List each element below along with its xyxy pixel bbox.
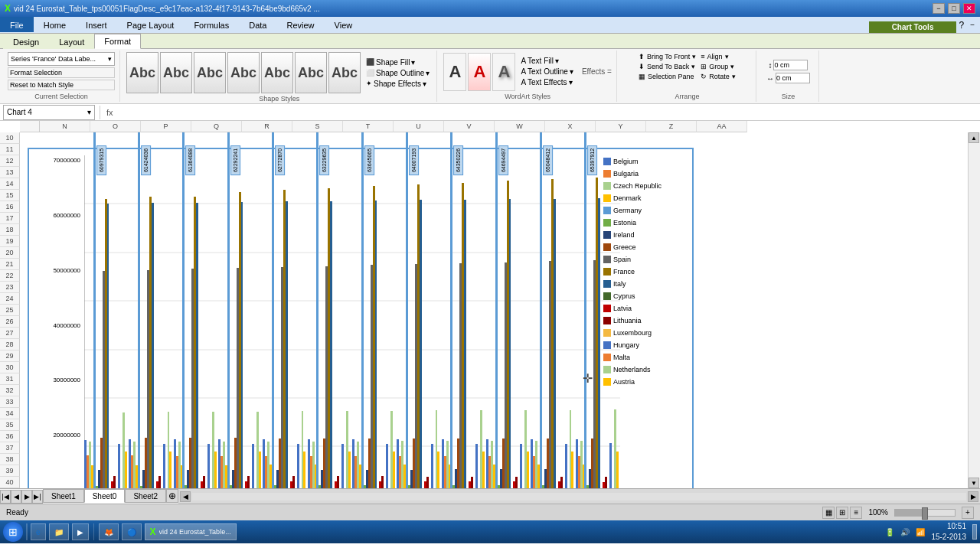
show-desktop-btn[interactable] <box>972 524 977 540</box>
shape-style-btn-5[interactable]: Abc <box>261 52 293 93</box>
rotate-btn[interactable]: ↻ Rotate ▾ <box>700 72 737 81</box>
tab-layout[interactable]: Layout <box>49 34 94 49</box>
chart-container[interactable]: 10000000 20000000 30000000 40000000 5000… <box>28 148 694 488</box>
taskbar-explorer[interactable]: 📁 <box>49 523 69 540</box>
minimize-button[interactable]: − <box>933 3 945 14</box>
sheet-tab-sheet2[interactable]: Sheet2 <box>125 489 166 503</box>
status-right: ▦ ⊞ ≡ 100% + <box>822 507 974 519</box>
bring-to-front-btn[interactable]: ⬆ Bring To Front ▾ <box>638 52 697 61</box>
tab-insert[interactable]: Insert <box>76 17 117 32</box>
vertical-scrollbar[interactable]: ▲ ▼ <box>968 132 980 488</box>
formula-input[interactable] <box>118 108 980 117</box>
bar-group-4 <box>263 155 306 488</box>
sheet-last-btn[interactable]: ▶| <box>32 490 43 504</box>
tab-view[interactable]: View <box>325 17 363 32</box>
start-button[interactable]: ⊞ <box>3 522 23 542</box>
zoom-slider[interactable] <box>894 509 956 517</box>
shape-style-btn-1[interactable]: Abc <box>126 52 158 93</box>
tab-format[interactable]: Format <box>94 34 141 49</box>
scroll-right-btn[interactable]: ▶ <box>968 491 978 502</box>
format-selection-btn[interactable]: Format Selection <box>8 67 115 78</box>
width-input[interactable] <box>776 73 810 83</box>
y-label-20m: 20000000 <box>31 432 83 439</box>
text-effects-btn[interactable]: A Text Effects ▾ <box>518 77 575 87</box>
shape-style-btn-4[interactable]: Abc <box>227 52 260 93</box>
legend-item-latvia: Latvia <box>603 302 689 315</box>
shape-style-btn-3[interactable]: Abc <box>194 52 226 93</box>
tab-home[interactable]: Home <box>34 17 76 32</box>
tab-design[interactable]: Design <box>3 34 49 49</box>
y-label-40m: 40000000 <box>31 322 83 329</box>
align-btn[interactable]: ≡ Align ▾ <box>700 52 737 61</box>
col-header-Q: Q <box>191 121 242 132</box>
series-dropdown[interactable]: Series 'France' Data Labe... ▾ <box>8 52 115 66</box>
bar-5-13 <box>337 476 339 488</box>
add-sheet-btn[interactable]: ⊕ <box>166 489 178 503</box>
shape-effects-btn[interactable]: ✦ Shape Effects ▾ <box>364 79 432 89</box>
taskbar-firefox[interactable]: 🦊 <box>99 523 119 540</box>
ribbon-minimize-icon[interactable]: − <box>968 21 977 29</box>
tab-page-layout[interactable]: Page Layout <box>117 17 185 32</box>
taskbar-excel[interactable]: X vid 24 Eurostat_Table... <box>145 523 237 540</box>
reset-style-btn[interactable]: Reset to Match Style <box>8 80 115 90</box>
sheet-tab-sheet0[interactable]: Sheet0 <box>84 489 126 503</box>
scroll-left-btn[interactable]: ◀ <box>180 491 191 502</box>
bar-5-4 <box>316 132 318 488</box>
maximize-button[interactable]: □ <box>948 3 960 14</box>
text-outline-btn[interactable]: A Text Outline ▾ <box>518 67 575 77</box>
bar-3-18 <box>259 452 261 488</box>
taskbar-media[interactable]: ▶ <box>72 523 89 540</box>
taskbar-chrome[interactable]: 🔵 <box>122 523 142 540</box>
legend-label-netherlands: Netherlands <box>613 366 651 373</box>
normal-view-btn[interactable]: ▦ <box>822 507 835 519</box>
name-box-arrow[interactable]: ▾ <box>87 108 91 116</box>
ribbon-tabs-row: File Home Insert Page Layout Formulas Da… <box>0 17 980 34</box>
bar-8-10 <box>464 200 466 488</box>
sheet-tab-sheet1[interactable]: Sheet1 <box>43 489 84 503</box>
tab-formulas[interactable]: Formulas <box>184 17 239 32</box>
close-button[interactable]: ✕ <box>963 3 975 14</box>
row-header-24: 24 <box>0 293 20 305</box>
scroll-thumb[interactable] <box>192 493 966 500</box>
scroll-up-btn[interactable]: ▲ <box>969 132 979 143</box>
tab-file[interactable]: File <box>0 17 34 32</box>
legend-color-spain <box>603 256 611 263</box>
taskbar: ⊞ e 📁 ▶ 🦊 🔵 X vid 24 Eurostat_Table... 🔋… <box>0 520 980 543</box>
shape-style-btn-6[interactable]: Abc <box>295 52 327 93</box>
text-fill-btn[interactable]: A Text Fill ▾ <box>518 56 575 66</box>
shape-fill-btn[interactable]: ⬛ Shape Fill ▾ <box>364 57 432 67</box>
legend-item-netherlands: Netherlands <box>603 364 689 376</box>
col-header-O: O <box>90 121 141 132</box>
zoom-handle[interactable] <box>922 507 928 520</box>
zoom-in-btn[interactable]: + <box>962 507 974 519</box>
tab-data[interactable]: Data <box>239 17 276 32</box>
page-break-view-btn[interactable]: ≡ <box>850 507 862 519</box>
legend-color-estonia <box>603 219 611 227</box>
shape-outline-btn[interactable]: ⬜ Shape Outline ▾ <box>364 68 432 78</box>
row-header-18: 18 <box>0 224 20 236</box>
scroll-down-btn[interactable]: ▼ <box>969 478 979 488</box>
height-input[interactable] <box>773 60 808 70</box>
sheet-prev-btn[interactable]: ◀ <box>11 490 21 504</box>
reset-style-label: Reset to Match Style <box>10 81 74 89</box>
send-to-back-btn[interactable]: ⬇ Send To Back ▾ <box>638 62 697 71</box>
sheet-next-btn[interactable]: ▶ <box>21 490 32 504</box>
wordart-a-plain[interactable]: A <box>443 53 466 91</box>
selection-pane-btn[interactable]: ▦ Selection Pane <box>638 72 697 81</box>
shape-style-btn-2[interactable]: Abc <box>160 52 192 93</box>
help-icon[interactable]: ? <box>956 20 966 31</box>
legend-label-france: France <box>613 268 635 276</box>
group-btn[interactable]: ⊞ Group ▾ <box>700 62 737 71</box>
tab-review[interactable]: Review <box>276 17 324 32</box>
name-box[interactable]: Chart 4 ▾ <box>3 105 95 120</box>
col-headers: NOPQRSTUVWXYZAA <box>20 121 980 132</box>
horizontal-scrollbar[interactable]: ◀ ▶ <box>178 489 980 504</box>
sheet-first-btn[interactable]: |◀ <box>0 490 11 504</box>
bar-5-10 <box>330 201 332 488</box>
shape-style-btn-7[interactable]: Abc <box>328 52 361 93</box>
wordart-a-shadow[interactable]: A <box>492 53 515 91</box>
row-headers: 1011121314151617181920212223242526272829… <box>0 132 20 488</box>
taskbar-ie[interactable]: e <box>31 523 46 540</box>
wordart-a-red[interactable]: A <box>468 53 491 91</box>
page-layout-view-btn[interactable]: ⊞ <box>836 507 848 519</box>
